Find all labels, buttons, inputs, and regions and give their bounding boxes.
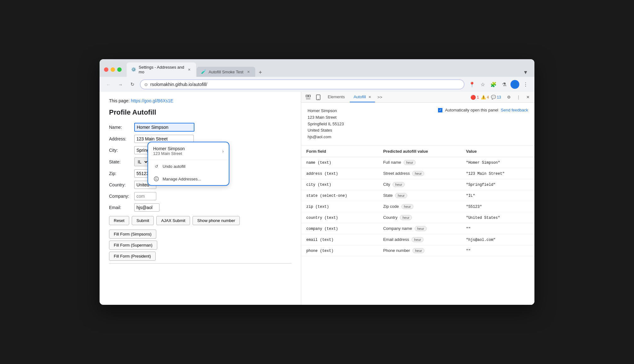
chrome-menu-icon[interactable]: ⋮	[521, 80, 530, 89]
profile-country: United States	[308, 127, 432, 134]
email-label: Email:	[109, 205, 134, 210]
reload-button[interactable]: ↻	[128, 80, 137, 89]
more-tabs-button[interactable]: >>	[376, 95, 383, 100]
fill-superman-button[interactable]: Fill Form (Superman)	[109, 241, 157, 250]
close-window-button[interactable]	[104, 67, 108, 72]
forward-button[interactable]: →	[116, 80, 125, 89]
email-input[interactable]	[134, 203, 159, 212]
bookmark-icon[interactable]: ☆	[478, 80, 487, 89]
svg-point-6	[318, 99, 319, 100]
fill-simpsons-button[interactable]: Fill Form (Simpsons)	[109, 230, 156, 239]
autofill-suggestion-item[interactable]: Homer Simpson 123 Main Street ›	[148, 142, 229, 160]
city-label: City:	[109, 148, 134, 153]
value-cell: "hjs@aol.com"	[466, 238, 496, 242]
field-name-cell: city (text)	[306, 183, 331, 187]
company-label: Company:	[109, 194, 134, 199]
autofill-dropdown: Homer Simpson 123 Main Street › ↺ Undo a…	[147, 142, 229, 186]
heur-badge: heur	[400, 215, 412, 220]
devtools-close-button[interactable]: ✕	[524, 93, 532, 101]
predicted-label: City	[383, 182, 390, 187]
table-row: address (text) Street address heur "123 …	[301, 168, 534, 179]
title-bar: ⚙️ Settings - Addresses and mo ✕ 🧪 Autof…	[100, 59, 534, 77]
table-row: email (text) Email address heur "hjs@aol…	[301, 234, 534, 245]
heur-badge: heur	[395, 193, 407, 198]
autofill-table: Form field Predicted autofill value Valu…	[301, 146, 534, 256]
field-name-cell: zip (text)	[306, 205, 329, 209]
heur-badge: heur	[412, 248, 424, 253]
form-row-name: Name:	[109, 123, 291, 132]
submit-button[interactable]: Submit	[132, 216, 154, 225]
manage-addresses-action[interactable]: G Manage Addresses...	[148, 173, 229, 185]
svg-rect-3	[308, 95, 310, 97]
minimize-window-button[interactable]	[111, 67, 115, 72]
extension-icon[interactable]: 🧩	[489, 80, 498, 89]
maximize-window-button[interactable]	[117, 67, 122, 72]
predicted-label: State	[383, 193, 393, 198]
predicted-value-cell: State heur	[383, 193, 456, 198]
page-url-link[interactable]: https://goo.gl/B6Xs1E	[131, 98, 173, 103]
value-cell: "Homer Simpson"	[466, 161, 500, 165]
value-cell: ""	[466, 227, 470, 231]
settings-tab-close[interactable]: ✕	[187, 67, 192, 72]
tab-autofill-smoke[interactable]: 🧪 Autofill Smoke Test ✕	[197, 67, 255, 77]
table-row: zip (text) Zip code heur "55123"	[301, 201, 534, 212]
message-count: 13	[497, 95, 501, 100]
fill-president-button[interactable]: Fill Form (President)	[109, 252, 156, 261]
tab-elements[interactable]: Elements	[324, 92, 349, 102]
tab-dropdown-button[interactable]: ▼	[521, 68, 530, 77]
beaker-icon[interactable]: ⚗	[500, 80, 509, 89]
form-row-email: Email:	[109, 203, 291, 212]
location-icon[interactable]: 📍	[468, 80, 476, 89]
predicted-value-cell: Phone number heur	[383, 248, 456, 253]
back-button[interactable]: ←	[104, 80, 113, 89]
reset-button[interactable]: Reset	[109, 216, 129, 225]
field-name-cell: company (text)	[306, 227, 338, 231]
svg-rect-2	[306, 95, 308, 97]
table-row: name (text) Full name heur "Homer Simpso…	[301, 157, 534, 168]
auto-open-row: ✓ Automatically open this panel Send fee…	[438, 108, 528, 112]
show-phone-button[interactable]: Show phone number	[193, 216, 240, 225]
col-header-form-field: Form field	[301, 146, 378, 157]
send-feedback-link[interactable]: Send feedback	[501, 108, 528, 112]
heur-badge: heur	[412, 171, 424, 176]
autofill-smoke-tab-close[interactable]: ✕	[246, 69, 251, 74]
inspect-element-icon[interactable]	[304, 92, 313, 102]
autofill-tab-close-icon[interactable]: ✕	[368, 95, 371, 99]
undo-autofill-action[interactable]: ↺ Undo autofill	[148, 160, 229, 173]
country-label: Country:	[109, 182, 134, 187]
devtools-tabs-bar: Elements Autofill ✕ >> 🔴 1 ⚠️ 4	[301, 92, 534, 103]
col-header-value: Value	[461, 146, 534, 157]
zip-label: Zip:	[109, 171, 134, 176]
company-input[interactable]	[134, 192, 156, 200]
device-toggle-icon[interactable]	[314, 92, 323, 102]
devtools-settings-button[interactable]: ⚙	[505, 93, 513, 101]
url-display: rsolomakhin.github.io/autofill/	[150, 82, 460, 87]
auto-open-checkbox[interactable]: ✓	[438, 108, 442, 112]
tabs-bar: ⚙️ Settings - Addresses and mo ✕ 🧪 Autof…	[127, 62, 530, 77]
autofill-smoke-tab-label: Autofill Smoke Test	[209, 70, 243, 74]
name-input[interactable]	[134, 123, 194, 132]
toolbar: ← → ↻ ⊙ rsolomakhin.github.io/autofill/ …	[100, 77, 534, 92]
field-name-cell: name (text)	[306, 161, 331, 165]
tab-settings[interactable]: ⚙️ Settings - Addresses and mo ✕	[127, 62, 196, 77]
svg-text:G: G	[155, 177, 158, 181]
toolbar-actions: 📍 ☆ 🧩 ⚗ 👤 ⋮	[468, 80, 530, 89]
table-row: city (text) City heur "Springfield"	[301, 179, 534, 190]
heur-badge: heur	[404, 160, 416, 165]
tab-autofill-devtools[interactable]: Autofill ✕	[350, 92, 375, 102]
error-badge: 🔴 1	[470, 95, 479, 100]
value-cell: "123 Main Street"	[466, 172, 504, 176]
table-row: company (text) Company name heur ""	[301, 223, 534, 234]
settings-tab-label: Settings - Addresses and mo	[139, 65, 185, 74]
address-bar[interactable]: ⊙ rsolomakhin.github.io/autofill/	[140, 79, 464, 89]
profile-avatar[interactable]: 👤	[510, 80, 519, 89]
new-tab-button[interactable]: +	[256, 68, 265, 77]
profile-info-section: Homer Simpson 123 Main Street Springfiel…	[301, 103, 534, 146]
undo-autofill-label: Undo autofill	[163, 164, 185, 169]
ajax-submit-button[interactable]: AJAX Submit	[156, 216, 190, 225]
settings-tab-icon: ⚙️	[131, 67, 136, 72]
devtools-more-button[interactable]: ⋮	[514, 93, 522, 101]
state-select[interactable]: IL	[134, 157, 149, 166]
field-name-cell: address (text)	[306, 172, 338, 176]
predicted-value-cell: Country heur	[383, 215, 456, 220]
